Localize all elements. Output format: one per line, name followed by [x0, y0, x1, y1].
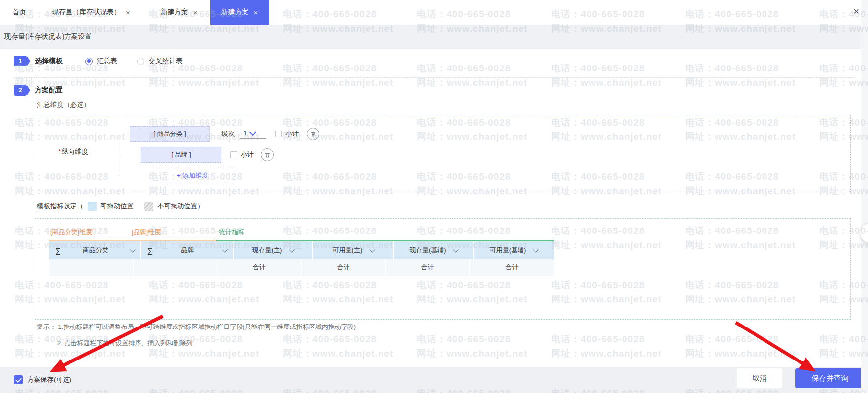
- radio-summary-table[interactable]: 汇总表: [85, 57, 117, 66]
- step2-badge: 2: [14, 85, 27, 96]
- level-select[interactable]: 1: [240, 130, 266, 139]
- total-cell: 合计: [470, 259, 554, 276]
- total-cell: 合计: [386, 259, 470, 276]
- watermark: 电话：400-665-0028网址：www.chanjet.net: [551, 61, 661, 90]
- indicator-setting-row: 模板指标设定（ 可拖动位置 不可拖动位置）: [37, 202, 204, 211]
- tab-close-icon[interactable]: ×: [193, 9, 198, 16]
- dimension-config-panel: *纵向维度 [ 商品分类 ] 级次 1 小计 [ 品牌 ] 小计: [35, 115, 851, 192]
- column-label: 现存量(基辅): [410, 246, 446, 255]
- col-header-onhand-main[interactable]: 现存量(主): [234, 241, 314, 259]
- watermark: 电话：400-665-0028网址：www.chanjet.net: [283, 61, 393, 90]
- tab-inventory-report[interactable]: 现存量（库存状况表） ×: [45, 0, 137, 25]
- radio-label: 汇总表: [97, 57, 117, 66]
- chevron-down-icon[interactable]: [222, 247, 227, 252]
- table-header-row: ∑ 商品分类 ∑ 品牌 现存量(主) 可用量(主): [49, 241, 554, 259]
- column-label: 可用量(主): [333, 246, 363, 255]
- column-label: 商品分类: [83, 246, 108, 255]
- dimension-chip-label: [ 商品分类 ]: [153, 130, 186, 138]
- tab-label: 新建方案: [161, 8, 188, 17]
- required-mark: *: [58, 148, 61, 155]
- trash-icon: [264, 152, 271, 158]
- red-arrow-to-save-query-button: [736, 323, 812, 369]
- add-dimension-button[interactable]: + 添加维度: [151, 167, 234, 184]
- dimension-row-controls: 小计: [230, 147, 274, 163]
- total-cell: 合计: [302, 259, 386, 276]
- step1-row: 1 选择模板 汇总表 交叉统计表: [14, 55, 183, 67]
- tip-line-1: 提示： 1.拖动标题栏可以调整布局、不可跨维度或指标区域拖动栏目字段(只能在同一…: [37, 323, 356, 331]
- tree-connector-line: [119, 134, 130, 134]
- column-label: 可用量(基辅): [490, 246, 526, 255]
- delete-dimension-button[interactable]: [261, 148, 274, 161]
- tab-label: 现存量（库存状况表）: [52, 8, 121, 17]
- sigma-icon[interactable]: ∑: [55, 246, 61, 255]
- dimension-chip-product-category[interactable]: [ 商品分类 ]: [130, 126, 210, 142]
- tip-line-2: 2. 点击标题栏下拉可设置排序、插入列和删除列: [57, 339, 192, 348]
- total-cell-empty: [134, 259, 218, 276]
- dimension-row-controls: 级次 1 小计: [221, 126, 319, 142]
- chevron-down-icon[interactable]: [453, 247, 458, 252]
- column-label: 品牌: [181, 246, 194, 255]
- chevron-down-icon[interactable]: [533, 247, 539, 252]
- dimension-chip-label: [ 品牌 ]: [171, 150, 191, 159]
- col-header-available-aux[interactable]: 可用量(基辅): [474, 241, 554, 259]
- total-cell-empty: [49, 259, 134, 276]
- step2-title: 方案配置: [35, 86, 63, 95]
- column-label: 现存量(主): [252, 246, 282, 255]
- scrollbar-track[interactable]: [861, 0, 868, 393]
- title-band: 现存量(库存状况表)方案设置: [0, 25, 868, 49]
- chevron-down-icon[interactable]: [249, 129, 256, 135]
- col-header-brand[interactable]: ∑ 品牌: [141, 241, 234, 259]
- tab-bar: 首页 现存量（库存状况表） × 新建方案 × 新建方案 ×: [0, 0, 868, 25]
- not-draggable-label: 不可拖动位置）: [157, 202, 204, 211]
- subtotal-label: 小计: [285, 130, 299, 138]
- tab-new-plan-2-active[interactable]: 新建方案 ×: [210, 0, 269, 25]
- app-window: 首页 现存量（库存状况表） × 新建方案 × 新建方案 × × 现存量(库存状况…: [0, 0, 868, 393]
- chevron-down-icon[interactable]: [130, 247, 135, 252]
- close-icon[interactable]: ×: [853, 6, 859, 16]
- footer-bar: 方案保存(可选) 取消 保存并查询: [0, 367, 868, 393]
- tab-new-plan-1[interactable]: 新建方案 ×: [155, 0, 204, 25]
- page-title: 现存量(库存状况表)方案设置: [4, 33, 92, 41]
- tab-close-icon[interactable]: ×: [126, 9, 130, 16]
- tab-label: 新建方案: [221, 8, 249, 17]
- step2-row: 2 方案配置: [14, 84, 63, 97]
- col-header-onhand-aux[interactable]: 现存量(基辅): [394, 241, 474, 259]
- sigma-icon[interactable]: ∑: [147, 246, 153, 255]
- subtotal-label: 小计: [241, 150, 254, 159]
- save-plan-label: 方案保存(可选): [27, 375, 71, 384]
- tab-home[interactable]: 首页: [9, 0, 29, 25]
- dimension-chip-brand[interactable]: [ 品牌 ]: [141, 147, 221, 163]
- tab-close-icon[interactable]: ×: [254, 9, 258, 16]
- delete-dimension-button[interactable]: [307, 128, 319, 140]
- draggable-swatch: [88, 202, 97, 211]
- radio-unselected-icon[interactable]: [137, 58, 144, 65]
- tree-connector-line: [97, 155, 141, 155]
- save-plan-option[interactable]: 方案保存(可选): [14, 375, 71, 384]
- chevron-down-icon[interactable]: [289, 247, 295, 252]
- col-header-product-category[interactable]: ∑ 商品分类: [49, 241, 141, 259]
- watermark: 电话：400-665-0028网址：www.chanjet.net: [417, 332, 527, 360]
- cancel-button[interactable]: 取消: [737, 368, 782, 388]
- watermark: 电话：400-665-0028网址：www.chanjet.net: [685, 332, 796, 360]
- chevron-down-icon[interactable]: [370, 247, 375, 252]
- radio-selected-icon[interactable]: [85, 58, 93, 65]
- radio-label: 交叉统计表: [148, 57, 183, 66]
- checked-checkbox-icon[interactable]: [14, 375, 23, 384]
- watermark: 电话：400-665-0028网址：www.chanjet.net: [551, 332, 661, 360]
- dashed-separator: [14, 77, 854, 78]
- radio-cross-table[interactable]: 交叉统计表: [137, 57, 183, 66]
- subtotal-checkbox[interactable]: [275, 131, 282, 137]
- summary-dimension-heading: 汇总维度（必选）: [37, 100, 90, 109]
- vertical-dimension-label: *纵向维度: [58, 147, 88, 156]
- level-label: 级次: [221, 130, 235, 138]
- watermark: 电话：400-665-0028网址：www.chanjet.net: [685, 61, 796, 90]
- tab-label: 首页: [12, 8, 26, 17]
- save-and-query-button[interactable]: 保存并查询: [795, 368, 865, 388]
- indicator-setting-label: 模板指标设定（: [37, 202, 84, 211]
- step1-title: 选择模板: [35, 57, 63, 66]
- col-header-available-main[interactable]: 可用量(主): [313, 241, 394, 259]
- subtotal-checkbox[interactable]: [230, 151, 237, 158]
- template-grid-panel: [商品分类]维度 [品牌]维度 统计指标 ∑ 商品分类 ∑ 品牌 现存量(主): [35, 218, 851, 320]
- trash-icon: [310, 131, 316, 137]
- table-total-row: 合计 合计 合计 合计: [49, 259, 554, 276]
